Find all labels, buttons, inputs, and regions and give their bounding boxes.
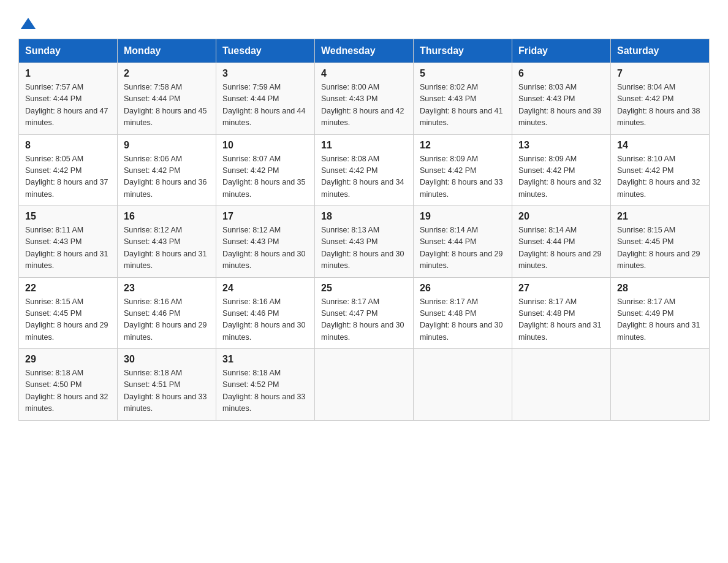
- table-row: [414, 349, 512, 421]
- table-row: 11Sunrise: 8:08 AMSunset: 4:42 PMDayligh…: [315, 134, 414, 206]
- header-saturday: Saturday: [611, 39, 710, 63]
- table-row: 19Sunrise: 8:14 AMSunset: 4:44 PMDayligh…: [414, 206, 512, 278]
- day-sun-info: Sunrise: 8:09 AMSunset: 4:42 PMDaylight:…: [420, 153, 506, 201]
- day-number: 1: [25, 68, 111, 79]
- table-row: 31Sunrise: 8:18 AMSunset: 4:52 PMDayligh…: [216, 349, 315, 421]
- table-row: 10Sunrise: 8:07 AMSunset: 4:42 PMDayligh…: [216, 134, 315, 206]
- day-number: 2: [124, 68, 210, 79]
- day-number: 24: [222, 283, 308, 294]
- table-row: 23Sunrise: 8:16 AMSunset: 4:46 PMDayligh…: [118, 277, 216, 349]
- table-row: 29Sunrise: 8:18 AMSunset: 4:50 PMDayligh…: [19, 349, 118, 421]
- day-sun-info: Sunrise: 8:12 AMSunset: 4:43 PMDaylight:…: [124, 224, 210, 272]
- day-sun-info: Sunrise: 8:14 AMSunset: 4:44 PMDaylight:…: [420, 224, 506, 272]
- day-sun-info: Sunrise: 8:11 AMSunset: 4:43 PMDaylight:…: [25, 224, 111, 272]
- day-number: 29: [25, 354, 111, 365]
- calendar-week-row: 29Sunrise: 8:18 AMSunset: 4:50 PMDayligh…: [19, 349, 710, 421]
- day-number: 11: [321, 140, 407, 151]
- day-number: 7: [617, 68, 703, 79]
- day-number: 14: [617, 140, 703, 151]
- header-sunday: Sunday: [19, 39, 118, 63]
- table-row: 30Sunrise: 8:18 AMSunset: 4:51 PMDayligh…: [118, 349, 216, 421]
- day-sun-info: Sunrise: 8:07 AMSunset: 4:42 PMDaylight:…: [222, 153, 308, 201]
- day-sun-info: Sunrise: 8:06 AMSunset: 4:42 PMDaylight:…: [124, 153, 210, 201]
- table-row: 13Sunrise: 8:09 AMSunset: 4:42 PMDayligh…: [512, 134, 611, 206]
- day-number: 28: [617, 283, 703, 294]
- table-row: 15Sunrise: 8:11 AMSunset: 4:43 PMDayligh…: [19, 206, 118, 278]
- table-row: 7Sunrise: 8:04 AMSunset: 4:42 PMDaylight…: [611, 63, 710, 135]
- calendar-week-row: 15Sunrise: 8:11 AMSunset: 4:43 PMDayligh…: [19, 206, 710, 278]
- header-thursday: Thursday: [414, 39, 512, 63]
- day-sun-info: Sunrise: 8:15 AMSunset: 4:45 PMDaylight:…: [617, 224, 703, 272]
- day-number: 12: [420, 140, 506, 151]
- table-row: 22Sunrise: 8:15 AMSunset: 4:45 PMDayligh…: [19, 277, 118, 349]
- header-wednesday: Wednesday: [315, 39, 414, 63]
- day-number: 20: [518, 211, 604, 222]
- day-sun-info: Sunrise: 8:12 AMSunset: 4:43 PMDaylight:…: [222, 224, 308, 272]
- table-row: 6Sunrise: 8:03 AMSunset: 4:43 PMDaylight…: [512, 63, 611, 135]
- table-row: 3Sunrise: 7:59 AMSunset: 4:44 PMDaylight…: [216, 63, 315, 135]
- day-sun-info: Sunrise: 8:15 AMSunset: 4:45 PMDaylight:…: [25, 296, 111, 344]
- day-sun-info: Sunrise: 8:17 AMSunset: 4:49 PMDaylight:…: [617, 296, 703, 344]
- table-row: 16Sunrise: 8:12 AMSunset: 4:43 PMDayligh…: [118, 206, 216, 278]
- day-sun-info: Sunrise: 8:09 AMSunset: 4:42 PMDaylight:…: [518, 153, 604, 201]
- day-sun-info: Sunrise: 8:18 AMSunset: 4:52 PMDaylight:…: [222, 367, 308, 415]
- table-row: 4Sunrise: 8:00 AMSunset: 4:43 PMDaylight…: [315, 63, 414, 135]
- logo-triangle-icon: [20, 15, 37, 33]
- header-friday: Friday: [512, 39, 611, 63]
- day-number: 8: [25, 140, 111, 151]
- table-row: 18Sunrise: 8:13 AMSunset: 4:43 PMDayligh…: [315, 206, 414, 278]
- table-row: 8Sunrise: 8:05 AMSunset: 4:42 PMDaylight…: [19, 134, 118, 206]
- day-number: 15: [25, 211, 111, 222]
- day-number: 23: [124, 283, 210, 294]
- day-sun-info: Sunrise: 8:18 AMSunset: 4:51 PMDaylight:…: [124, 367, 210, 415]
- day-sun-info: Sunrise: 8:14 AMSunset: 4:44 PMDaylight:…: [518, 224, 604, 272]
- header-tuesday: Tuesday: [216, 39, 315, 63]
- header-monday: Monday: [118, 39, 216, 63]
- day-sun-info: Sunrise: 7:57 AMSunset: 4:44 PMDaylight:…: [25, 82, 111, 129]
- day-number: 26: [420, 283, 506, 294]
- calendar-table: Sunday Monday Tuesday Wednesday Thursday…: [18, 39, 710, 421]
- svg-marker-0: [21, 18, 36, 29]
- day-sun-info: Sunrise: 8:03 AMSunset: 4:43 PMDaylight:…: [518, 82, 604, 129]
- day-sun-info: Sunrise: 8:13 AMSunset: 4:43 PMDaylight:…: [321, 224, 407, 272]
- table-row: 25Sunrise: 8:17 AMSunset: 4:47 PMDayligh…: [315, 277, 414, 349]
- calendar-week-row: 8Sunrise: 8:05 AMSunset: 4:42 PMDaylight…: [19, 134, 710, 206]
- day-sun-info: Sunrise: 8:08 AMSunset: 4:42 PMDaylight:…: [321, 153, 407, 201]
- table-row: [512, 349, 611, 421]
- day-sun-info: Sunrise: 8:02 AMSunset: 4:43 PMDaylight:…: [420, 82, 506, 129]
- table-row: 12Sunrise: 8:09 AMSunset: 4:42 PMDayligh…: [414, 134, 512, 206]
- day-number: 30: [124, 354, 210, 365]
- table-row: 14Sunrise: 8:10 AMSunset: 4:42 PMDayligh…: [611, 134, 710, 206]
- calendar-week-row: 1Sunrise: 7:57 AMSunset: 4:44 PMDaylight…: [19, 63, 710, 135]
- day-sun-info: Sunrise: 8:17 AMSunset: 4:48 PMDaylight:…: [518, 296, 604, 344]
- day-number: 16: [124, 211, 210, 222]
- weekday-header-row: Sunday Monday Tuesday Wednesday Thursday…: [19, 39, 710, 63]
- calendar-week-row: 22Sunrise: 8:15 AMSunset: 4:45 PMDayligh…: [19, 277, 710, 349]
- day-number: 6: [518, 68, 604, 79]
- table-row: 28Sunrise: 8:17 AMSunset: 4:49 PMDayligh…: [611, 277, 710, 349]
- day-number: 4: [321, 68, 407, 79]
- day-number: 22: [25, 283, 111, 294]
- day-sun-info: Sunrise: 8:10 AMSunset: 4:42 PMDaylight:…: [617, 153, 703, 201]
- day-number: 25: [321, 283, 407, 294]
- day-sun-info: Sunrise: 8:16 AMSunset: 4:46 PMDaylight:…: [124, 296, 210, 344]
- day-number: 17: [222, 211, 308, 222]
- day-sun-info: Sunrise: 7:59 AMSunset: 4:44 PMDaylight:…: [222, 82, 308, 129]
- day-sun-info: Sunrise: 8:00 AMSunset: 4:43 PMDaylight:…: [321, 82, 407, 129]
- table-row: 27Sunrise: 8:17 AMSunset: 4:48 PMDayligh…: [512, 277, 611, 349]
- day-number: 3: [222, 68, 308, 79]
- table-row: 5Sunrise: 8:02 AMSunset: 4:43 PMDaylight…: [414, 63, 512, 135]
- day-sun-info: Sunrise: 8:17 AMSunset: 4:48 PMDaylight:…: [420, 296, 506, 344]
- table-row: [315, 349, 414, 421]
- day-number: 21: [617, 211, 703, 222]
- day-number: 10: [222, 140, 308, 151]
- day-sun-info: Sunrise: 8:16 AMSunset: 4:46 PMDaylight:…: [222, 296, 308, 344]
- day-number: 18: [321, 211, 407, 222]
- table-row: 2Sunrise: 7:58 AMSunset: 4:44 PMDaylight…: [118, 63, 216, 135]
- day-number: 19: [420, 211, 506, 222]
- day-number: 9: [124, 140, 210, 151]
- table-row: 24Sunrise: 8:16 AMSunset: 4:46 PMDayligh…: [216, 277, 315, 349]
- day-number: 13: [518, 140, 604, 151]
- table-row: 9Sunrise: 8:06 AMSunset: 4:42 PMDaylight…: [118, 134, 216, 206]
- day-number: 5: [420, 68, 506, 79]
